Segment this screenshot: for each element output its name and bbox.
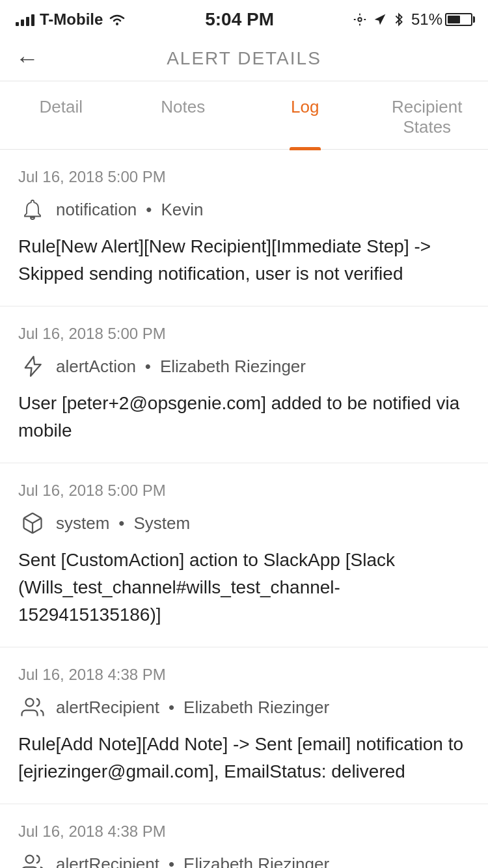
status-left: T-Mobile [16, 10, 126, 29]
log-author: Elizabeth Riezinger [183, 854, 329, 869]
alert-action-icon [18, 352, 47, 381]
location-icon [353, 12, 367, 27]
log-dot: • [146, 200, 152, 220]
notification-icon [18, 195, 47, 224]
header: ← ALERT DETAILS [0, 36, 488, 81]
log-timestamp: Jul 16, 2018 5:00 PM [18, 481, 470, 500]
log-dot: • [169, 854, 174, 869]
status-bar: T-Mobile 5:04 PM 51% [0, 0, 488, 36]
alert-recipient-icon [18, 850, 47, 868]
log-meta: system • System [18, 509, 470, 537]
cube-icon [21, 511, 44, 535]
log-dot: • [118, 513, 124, 534]
log-message: Rule[Add Note][Add Note] -> Sent [email]… [18, 731, 470, 785]
battery-percent: 51% [411, 10, 442, 29]
page-title: ALERT DETAILS [167, 48, 321, 69]
back-button[interactable]: ← [16, 45, 39, 72]
signal-bars [16, 13, 34, 26]
log-message: Rule[New Alert][New Recipient][Immediate… [18, 233, 470, 288]
log-entry: Jul 16, 2018 5:00 PM notification • Kevi… [0, 150, 488, 306]
svg-point-4 [26, 856, 34, 863]
svg-point-1 [358, 18, 362, 21]
battery-fill [448, 16, 460, 23]
bluetooth-icon [393, 12, 405, 27]
tab-recipient-states[interactable]: Recipient States [366, 81, 489, 149]
log-author: Kevin [161, 200, 203, 220]
system-icon [18, 509, 47, 537]
log-type: notification [56, 200, 137, 220]
log-type: system [56, 513, 109, 534]
log-entry: Jul 16, 2018 4:38 PM alertRecipient • El… [0, 647, 488, 804]
log-timestamp: Jul 16, 2018 4:38 PM [18, 822, 470, 841]
log-message: User [peter+2@opsgenie.com] added to be … [18, 390, 470, 444]
svg-point-0 [116, 23, 118, 25]
status-right: 51% [353, 10, 472, 29]
people-icon [21, 696, 44, 719]
log-dot: • [145, 357, 151, 377]
log-type: alertRecipient [56, 854, 159, 869]
log-entry: Jul 16, 2018 5:00 PM system • System Sen… [0, 463, 488, 647]
tabs: Detail Notes Log Recipient States [0, 81, 488, 150]
log-timestamp: Jul 16, 2018 4:38 PM [18, 666, 470, 684]
battery-icon [445, 13, 472, 26]
people-icon [21, 852, 44, 868]
bell-icon [21, 198, 44, 221]
log-entry: Jul 16, 2018 4:38 PM alertRecipient • El… [0, 804, 488, 868]
log-author: Elizabeth Riezinger [183, 698, 329, 718]
log-dot: • [169, 698, 174, 718]
status-time: 5:04 PM [205, 9, 274, 30]
log-type: alertRecipient [56, 698, 159, 718]
log-entry: Jul 16, 2018 5:00 PM alertAction • Eliza… [0, 306, 488, 463]
log-meta: alertRecipient • Elizabeth Riezinger [18, 693, 470, 722]
flash-icon [21, 355, 44, 378]
log-meta: alertRecipient • Elizabeth Riezinger [18, 850, 470, 868]
log-list: Jul 16, 2018 5:00 PM notification • Kevi… [0, 150, 488, 868]
log-meta: notification • Kevin [18, 195, 470, 224]
alert-recipient-icon [18, 693, 47, 722]
carrier-label: T-Mobile [40, 10, 103, 29]
log-author: Elizabeth Riezinger [160, 357, 306, 377]
battery-indicator: 51% [411, 10, 472, 29]
log-type: alertAction [56, 357, 136, 377]
tab-detail[interactable]: Detail [0, 81, 122, 149]
log-meta: alertAction • Elizabeth Riezinger [18, 352, 470, 381]
log-message: Sent [CustomAction] action to SlackApp [… [18, 547, 470, 629]
tab-notes[interactable]: Notes [122, 81, 245, 149]
wifi-icon [108, 12, 126, 27]
tab-log[interactable]: Log [244, 81, 366, 149]
log-author: System [133, 513, 190, 534]
log-timestamp: Jul 16, 2018 5:00 PM [18, 168, 470, 186]
navigation-icon [373, 13, 386, 26]
svg-point-3 [26, 699, 34, 707]
log-timestamp: Jul 16, 2018 5:00 PM [18, 325, 470, 343]
